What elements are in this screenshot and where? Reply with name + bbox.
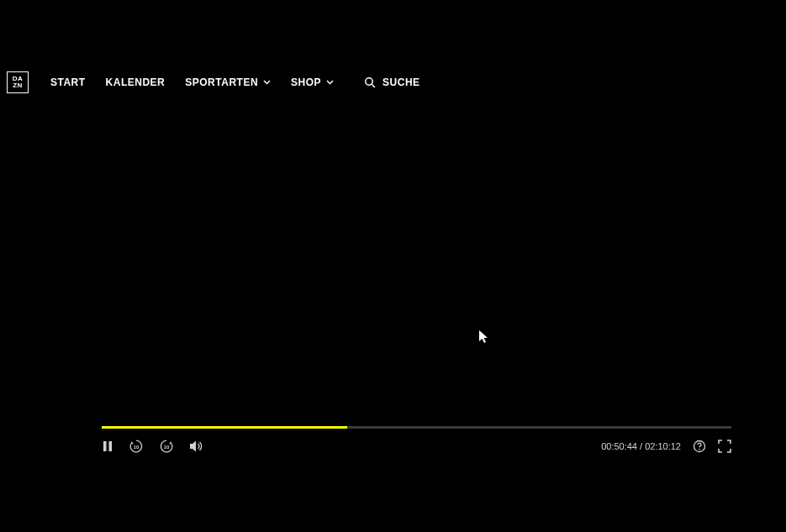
- video-canvas[interactable]: [90, 98, 743, 424]
- forward-10-button[interactable]: 10: [159, 439, 174, 454]
- video-player: 10 10 00:50:44 / 02:10:12: [90, 98, 743, 465]
- top-navigation: DA ZN START KALENDER SPORTARTEN SHOP SU: [0, 70, 786, 95]
- nav-start-label: START: [50, 76, 86, 88]
- controls-right: 00:50:44 / 02:10:12: [601, 440, 731, 453]
- svg-point-0: [366, 78, 372, 85]
- main-nav: START KALENDER SPORTARTEN SHOP SUCHE: [50, 76, 420, 88]
- nav-sportarten[interactable]: SPORTARTEN: [185, 76, 271, 88]
- controls-left: 10 10: [102, 439, 204, 454]
- svg-text:10: 10: [134, 445, 140, 450]
- chevron-down-icon: [263, 80, 271, 85]
- logo-line-2: ZN: [13, 82, 24, 89]
- progress-bar[interactable]: [102, 426, 731, 429]
- brand-logo[interactable]: DA ZN: [7, 71, 29, 93]
- svg-rect-3: [109, 441, 113, 451]
- search-icon: [364, 76, 376, 88]
- svg-rect-2: [103, 441, 107, 451]
- nav-kalender-label: KALENDER: [106, 76, 166, 88]
- rewind-10-button[interactable]: 10: [129, 439, 144, 454]
- time-display: 00:50:44 / 02:10:12: [601, 441, 681, 451]
- nav-search[interactable]: SUCHE: [364, 76, 420, 88]
- svg-point-7: [699, 449, 700, 450]
- player-controls: 10 10 00:50:44 / 02:10:12: [102, 435, 731, 458]
- nav-shop[interactable]: SHOP: [291, 76, 334, 88]
- help-button[interactable]: [693, 440, 706, 453]
- mouse-cursor: [479, 330, 489, 344]
- svg-line-1: [372, 84, 375, 87]
- time-separator: /: [637, 441, 645, 451]
- fullscreen-button[interactable]: [718, 440, 731, 453]
- chevron-down-icon: [326, 80, 334, 85]
- svg-text:10: 10: [164, 445, 170, 450]
- progress-fill: [102, 426, 347, 429]
- nav-start[interactable]: START: [50, 76, 86, 88]
- pause-button[interactable]: [102, 440, 113, 452]
- current-time: 00:50:44: [601, 441, 637, 451]
- volume-button[interactable]: [189, 440, 204, 453]
- nav-shop-label: SHOP: [291, 76, 321, 88]
- nav-kalender[interactable]: KALENDER: [106, 76, 166, 88]
- nav-sportarten-label: SPORTARTEN: [185, 76, 258, 88]
- duration: 02:10:12: [645, 441, 681, 451]
- nav-search-label: SUCHE: [382, 76, 420, 88]
